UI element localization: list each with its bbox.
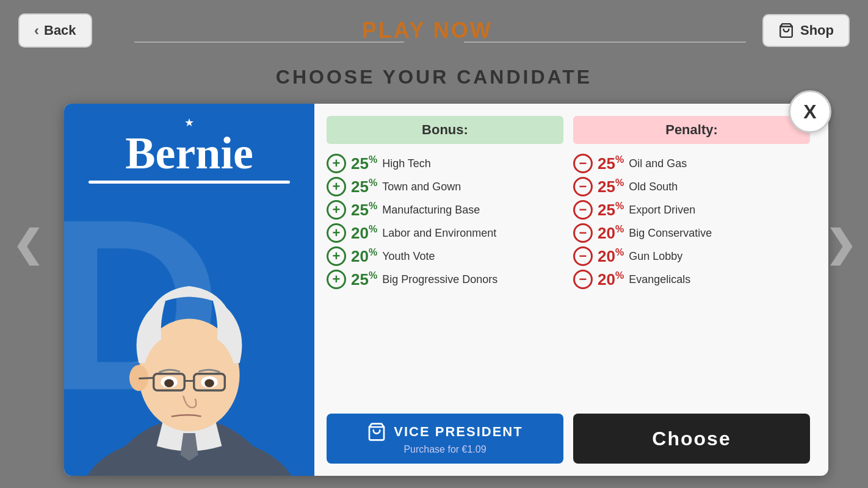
svg-point-11 xyxy=(164,379,174,388)
bonus-item-3: + 20% Labor and Environment xyxy=(327,223,563,243)
bonus-label-0: High Tech xyxy=(382,157,431,170)
bonus-percent-0: 25% xyxy=(351,154,377,173)
penalty-label-5: Evangelicals xyxy=(629,273,690,286)
bernie-illustration xyxy=(64,185,314,476)
cart-icon xyxy=(778,23,794,38)
penalty-label-2: Export Driven xyxy=(629,204,695,217)
shop-button[interactable]: Shop xyxy=(762,14,850,47)
bonus-item-5: + 25% Big Progressive Donors xyxy=(327,270,563,289)
bonus-item-4: + 20% Youth Vote xyxy=(327,246,563,266)
bonus-label-1: Town and Gown xyxy=(382,181,461,193)
svg-point-12 xyxy=(204,379,214,388)
bottom-buttons: VICE PRESIDENT Purchase for €1.09 Choose xyxy=(327,414,810,464)
vp-cart-icon xyxy=(367,422,386,442)
penalty-item-5: − 20% Evangelicals xyxy=(573,270,810,289)
vp-button[interactable]: VICE PRESIDENT Purchase for €1.09 xyxy=(327,414,563,464)
vp-button-inner: VICE PRESIDENT xyxy=(367,422,523,442)
back-chevron-icon: ‹ xyxy=(34,22,39,39)
plus-icon-2: + xyxy=(327,200,346,220)
bonus-item-1: + 25% Town and Gown xyxy=(327,177,563,196)
bonus-item-2: + 25% Manufacturing Base xyxy=(327,200,563,220)
vp-subtitle: Purchase for €1.09 xyxy=(403,444,486,455)
penalty-percent-2: 25% xyxy=(598,201,624,220)
nav-arrow-left[interactable]: ❮ xyxy=(12,223,43,265)
penalty-percent-3: 20% xyxy=(598,224,624,243)
candidate-name: Bernie xyxy=(64,131,314,176)
table-row: + 25% Big Progressive Donors − 20% Evang… xyxy=(327,270,810,289)
plus-icon-3: + xyxy=(327,223,346,243)
penalty-item-1: − 25% Old South xyxy=(573,177,810,196)
plus-icon-0: + xyxy=(327,154,346,173)
name-underline xyxy=(89,181,290,184)
penalty-item-2: − 25% Export Driven xyxy=(573,200,810,220)
svg-line-8 xyxy=(139,378,153,379)
penalty-item-0: − 25% Oil and Gas xyxy=(573,154,810,173)
bonus-item-0: + 25% High Tech xyxy=(327,154,563,173)
penalty-label-0: Oil and Gas xyxy=(629,157,687,170)
stats-rows: + 25% High Tech − 25% Oil and Gas + 25% … xyxy=(327,154,810,401)
minus-icon-1: − xyxy=(573,177,593,196)
penalty-percent-4: 20% xyxy=(598,247,624,266)
close-button[interactable]: X xyxy=(789,90,831,133)
play-now-title: PLAY NOW xyxy=(92,18,762,43)
top-bar: ‹ Back PLAY NOW Shop xyxy=(0,0,868,61)
back-button[interactable]: ‹ Back xyxy=(18,13,92,48)
bonus-header: Bonus: xyxy=(327,116,563,144)
penalty-percent-1: 25% xyxy=(598,178,624,196)
minus-icon-4: − xyxy=(573,246,593,266)
table-row: + 25% Manufacturing Base − 25% Export Dr… xyxy=(327,200,810,220)
plus-icon-5: + xyxy=(327,270,346,289)
bonus-label-4: Youth Vote xyxy=(382,250,435,263)
headers-row: Bonus: Penalty: xyxy=(327,116,810,144)
minus-icon-3: − xyxy=(573,223,593,243)
minus-icon-5: − xyxy=(573,270,593,289)
penalty-header: Penalty: xyxy=(573,116,810,144)
minus-icon-2: − xyxy=(573,200,593,220)
bonus-percent-3: 20% xyxy=(351,224,377,243)
shop-label: Shop xyxy=(800,23,834,38)
main-heading: CHOOSE YOUR CANDIDATE xyxy=(0,66,868,88)
table-row: + 25% Town and Gown − 25% Old South xyxy=(327,177,810,196)
bonus-percent-5: 25% xyxy=(351,270,377,289)
penalty-item-4: − 20% Gun Lobby xyxy=(573,246,810,266)
candidate-panel: D ★ Bernie xyxy=(64,104,314,476)
table-row: + 20% Labor and Environment − 20% Big Co… xyxy=(327,223,810,243)
bonus-label-3: Labor and Environment xyxy=(382,227,496,240)
plus-icon-1: + xyxy=(327,177,346,196)
table-row: + 25% High Tech − 25% Oil and Gas xyxy=(327,154,810,173)
bonus-percent-2: 25% xyxy=(351,201,377,220)
bonus-label-2: Manufacturing Base xyxy=(382,204,480,217)
bonus-percent-1: 25% xyxy=(351,178,377,196)
vp-title: VICE PRESIDENT xyxy=(394,424,523,440)
penalty-percent-0: 25% xyxy=(598,154,624,173)
nav-arrow-right[interactable]: ❯ xyxy=(825,223,856,265)
minus-icon-0: − xyxy=(573,154,593,173)
plus-icon-4: + xyxy=(327,246,346,266)
candidate-card: D ★ Bernie xyxy=(64,104,828,476)
penalty-label-4: Gun Lobby xyxy=(629,250,682,263)
stats-panel: Bonus: Penalty: + 25% High Tech − 25% Oi… xyxy=(314,104,828,476)
candidate-star: ★ xyxy=(64,116,314,129)
table-row: + 20% Youth Vote − 20% Gun Lobby xyxy=(327,246,810,266)
penalty-label-1: Old South xyxy=(629,181,678,193)
back-label: Back xyxy=(44,23,76,38)
bonus-label-5: Big Progressive Donors xyxy=(382,273,497,286)
bonus-percent-4: 20% xyxy=(351,247,377,266)
choose-button[interactable]: Choose xyxy=(573,414,810,464)
penalty-label-3: Big Conservative xyxy=(629,227,712,240)
penalty-percent-5: 20% xyxy=(598,270,624,289)
penalty-item-3: − 20% Big Conservative xyxy=(573,223,810,243)
